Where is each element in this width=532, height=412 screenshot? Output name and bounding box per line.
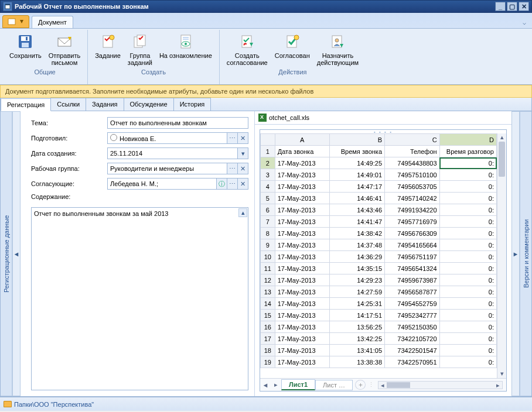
row-header-14[interactable]: 14 xyxy=(261,298,275,310)
cell[interactable]: 17-May-2013 xyxy=(275,333,329,345)
scroll-up-icon[interactable]: ▴ xyxy=(497,133,506,142)
create-approval-button[interactable]: Создать согласование xyxy=(223,31,271,67)
cell[interactable]: 0: xyxy=(439,298,496,310)
cell[interactable]: 0: xyxy=(439,251,496,263)
cell[interactable]: 0: xyxy=(439,239,496,251)
cell[interactable]: 0: xyxy=(439,169,496,181)
cell[interactable]: 73422501547 xyxy=(385,345,440,356)
cell[interactable]: 17-May-2013 xyxy=(275,310,329,321)
cell[interactable]: 17-May-2013 xyxy=(275,216,329,228)
send-mail-button[interactable]: Отправить письмом xyxy=(45,31,84,67)
tab-links[interactable]: Ссылки xyxy=(50,98,86,111)
cell[interactable]: 17-May-2013 xyxy=(275,356,329,368)
sheet-horizontal-scrollbar[interactable]: ◂ ▸ xyxy=(378,381,503,389)
row-header-15[interactable]: 15 xyxy=(261,310,275,321)
col-header-D[interactable]: D xyxy=(439,134,496,146)
author-lookup-button[interactable]: ⋯ xyxy=(227,132,238,144)
header-cell[interactable]: Время звонка xyxy=(329,146,384,157)
hscroll-right-icon[interactable]: ▸ xyxy=(494,382,502,389)
cell[interactable]: 0: xyxy=(439,345,496,356)
cell[interactable]: 17-May-2013 xyxy=(275,193,329,204)
cell[interactable]: 17-May-2013 xyxy=(275,239,329,251)
ribbon-collapse-icon[interactable]: ⌵ xyxy=(520,17,528,28)
cell[interactable]: 74959673987 xyxy=(385,274,440,286)
hscroll-left-icon[interactable]: ◂ xyxy=(378,382,387,389)
topic-input[interactable] xyxy=(107,117,248,129)
minimize-button[interactable]: _ xyxy=(495,2,506,11)
cell[interactable]: 0: xyxy=(439,321,496,333)
cell[interactable]: 17-May-2013 xyxy=(275,181,329,193)
task-group-button[interactable]: Группа заданий xyxy=(124,31,156,67)
cell[interactable]: 13:42:25 xyxy=(329,333,384,345)
spreadsheet-grid[interactable]: ABCD1Дата звонкаВремя звонкаТелефонВремя… xyxy=(260,133,497,368)
cell[interactable]: 17-May-2013 xyxy=(275,321,329,333)
header-cell[interactable]: Дата звонка xyxy=(275,146,329,157)
tab-registration[interactable]: Регистрация xyxy=(1,98,51,111)
cell[interactable]: 74991934220 xyxy=(385,204,440,216)
col-header-B[interactable]: B xyxy=(329,134,384,146)
cell[interactable]: 0: xyxy=(439,274,496,286)
cell[interactable]: 0: xyxy=(439,263,496,274)
date-input[interactable] xyxy=(107,147,238,159)
approvers-input[interactable] xyxy=(107,178,217,190)
cell[interactable]: 14:17:51 xyxy=(329,310,384,321)
row-header-10[interactable]: 10 xyxy=(261,251,275,263)
cell[interactable]: 74956766309 xyxy=(385,228,440,239)
author-clear-button[interactable]: ✕ xyxy=(238,132,248,144)
cell[interactable]: 73422570951 xyxy=(385,356,440,368)
workgroup-clear-button[interactable]: ✕ xyxy=(238,163,248,174)
row-header-8[interactable]: 8 xyxy=(261,228,275,239)
cell[interactable]: 0: xyxy=(439,216,496,228)
cell[interactable]: 14:25:31 xyxy=(329,298,384,310)
row-header-13[interactable]: 13 xyxy=(261,286,275,298)
col-header-C[interactable]: C xyxy=(385,134,440,146)
pane-next-button[interactable]: ► xyxy=(511,111,520,396)
cell[interactable]: 14:43:46 xyxy=(329,204,384,216)
cell[interactable]: 17-May-2013 xyxy=(275,286,329,298)
cell[interactable]: 74956053705 xyxy=(385,181,440,193)
row-header-16[interactable]: 16 xyxy=(261,321,275,333)
cell[interactable]: 74956541324 xyxy=(385,263,440,274)
row-header-1[interactable]: 1 xyxy=(261,146,275,157)
tab-tasks[interactable]: Задания xyxy=(86,98,124,111)
row-header-12[interactable]: 12 xyxy=(261,274,275,286)
sheet-nav-first[interactable]: ◄ xyxy=(260,382,271,389)
row-header-17[interactable]: 17 xyxy=(261,333,275,345)
cell[interactable]: 0: xyxy=(439,286,496,298)
cell[interactable]: 17-May-2013 xyxy=(275,204,329,216)
cell[interactable]: 17-May-2013 xyxy=(275,274,329,286)
cell[interactable]: 74954165664 xyxy=(385,239,440,251)
cell[interactable]: 0: xyxy=(439,228,496,239)
col-header-A[interactable]: A xyxy=(275,134,329,146)
author-input[interactable]: Новикова Е. xyxy=(107,132,227,144)
save-button[interactable]: Сохранить xyxy=(6,31,45,67)
row-header-3[interactable]: 3 xyxy=(261,169,275,181)
header-cell[interactable]: Телефон xyxy=(385,146,440,157)
cell[interactable]: 14:47:17 xyxy=(329,181,384,193)
cell[interactable]: 17-May-2013 xyxy=(275,169,329,181)
sheet-tab-2[interactable]: Лист … xyxy=(315,380,353,390)
cell[interactable]: 74956587877 xyxy=(385,286,440,298)
app-menu-button[interactable] xyxy=(2,15,29,28)
approvers-lookup-button[interactable]: ⋯ xyxy=(227,178,238,190)
scroll-thumb[interactable] xyxy=(499,142,505,177)
file-header[interactable]: otchet_call.xls xyxy=(255,111,511,125)
cell[interactable]: 0: xyxy=(439,157,496,169)
cell[interactable]: 13:41:05 xyxy=(329,345,384,356)
cell[interactable]: 17-May-2013 xyxy=(275,298,329,310)
cell[interactable]: 0: xyxy=(439,356,496,368)
workgroup-lookup-button[interactable]: ⋯ xyxy=(227,163,238,174)
select-all-cell[interactable] xyxy=(261,134,275,146)
cell[interactable]: 14:49:01 xyxy=(329,169,384,181)
approvers-info-button[interactable]: ⓘ xyxy=(217,178,227,190)
cell[interactable]: 74957140242 xyxy=(385,193,440,204)
cell[interactable]: 17-May-2013 xyxy=(275,345,329,356)
assign-active-button[interactable]: Назначить действующим xyxy=(313,31,362,67)
cell[interactable]: 74957716979 xyxy=(385,216,440,228)
hscroll-thumb[interactable] xyxy=(387,382,410,388)
maximize-button[interactable]: ▢ xyxy=(507,2,517,11)
cell[interactable]: 0: xyxy=(439,193,496,204)
cell[interactable]: 14:29:23 xyxy=(329,274,384,286)
cell[interactable]: 74954438803 xyxy=(385,157,440,169)
cell[interactable]: 73422105720 xyxy=(385,333,440,345)
